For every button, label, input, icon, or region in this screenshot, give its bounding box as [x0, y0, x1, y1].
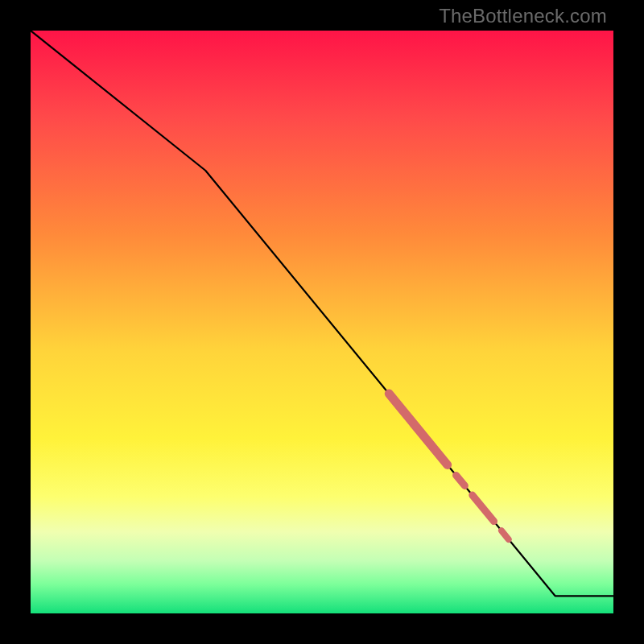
highlight-segment	[389, 394, 447, 464]
highlight-segment	[473, 495, 494, 522]
chart-frame: TheBottleneck.com	[0, 0, 644, 644]
main-curve	[31, 31, 613, 596]
highlight-group	[389, 394, 508, 539]
chart-svg	[31, 31, 613, 613]
highlight-segment	[502, 530, 509, 539]
highlight-segment	[456, 475, 465, 485]
plot-area	[31, 31, 613, 613]
watermark-label: TheBottleneck.com	[439, 5, 607, 27]
